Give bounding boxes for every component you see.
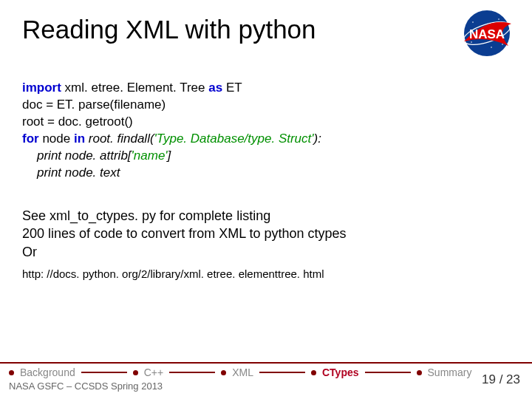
- slide-title: Reading XML with python: [22, 15, 316, 44]
- svg-point-6: [491, 47, 492, 48]
- svg-point-3: [498, 18, 499, 20]
- reference-url: http: //docs. python. org/2/library/xml.…: [22, 267, 324, 280]
- note-line-3: Or: [22, 243, 347, 261]
- svg-point-2: [472, 21, 474, 23]
- bullet-icon: [9, 370, 14, 375]
- nasa-logo: NASA: [458, 9, 516, 58]
- code-line-6: print node. text: [37, 165, 321, 182]
- line-icon: [169, 372, 215, 373]
- bullet-icon: [133, 370, 138, 375]
- code-block: import xml. etree. Element. Tree as ET d…: [22, 80, 321, 182]
- line-icon: [365, 372, 411, 373]
- svg-point-5: [471, 41, 472, 43]
- logo-text: NASA: [469, 27, 505, 41]
- line-icon: [81, 372, 127, 373]
- bullet-icon: [221, 370, 226, 375]
- code-line-1: import xml. etree. Element. Tree as ET: [22, 80, 321, 97]
- nav-background: Background: [20, 366, 75, 378]
- nav-xml: XML: [232, 366, 253, 378]
- line-icon: [259, 372, 305, 373]
- nav-cpp: C++: [144, 366, 163, 378]
- bullet-icon: [311, 370, 316, 375]
- note-line-2: 200 lines of code to convert from XML to…: [22, 225, 347, 242]
- footer-subtitle: NASA GSFC – CCSDS Spring 2013: [9, 381, 163, 392]
- code-line-4: for node in root. findall('Type. Databas…: [22, 131, 321, 148]
- bullet-icon: [417, 370, 422, 375]
- svg-point-4: [502, 44, 503, 45]
- note-block: See xml_to_ctypes. py for complete listi…: [22, 207, 347, 261]
- breadcrumb: Background C++ XML CTypes Summary: [9, 366, 471, 378]
- code-line-5: print node. attrib['name']: [37, 148, 321, 165]
- page-number: 19 / 23: [482, 372, 520, 387]
- nav-summary: Summary: [428, 366, 472, 378]
- nav-ctypes: CTypes: [322, 366, 359, 378]
- note-line-1: See xml_to_ctypes. py for complete listi…: [22, 207, 347, 225]
- code-line-3: root = doc. getroot(): [22, 114, 321, 131]
- code-line-2: doc = ET. parse(filename): [22, 97, 321, 114]
